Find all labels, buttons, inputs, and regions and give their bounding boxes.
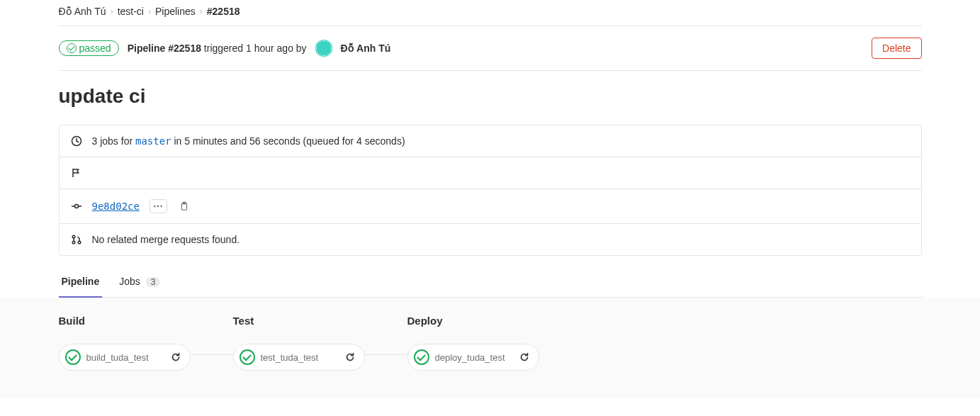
connector-line	[365, 354, 407, 355]
jobs-prefix: 3 jobs for	[92, 135, 135, 147]
stage-test: Test test_tuda_test	[233, 315, 365, 371]
commit-sha-link[interactable]: 9e8d02ce	[92, 201, 140, 212]
retry-button[interactable]	[516, 349, 533, 366]
copy-sha-button[interactable]	[177, 199, 191, 213]
stage-title: Deploy	[407, 315, 539, 327]
check-circle-icon	[414, 349, 429, 365]
branch-link[interactable]: master	[135, 135, 171, 147]
status-badge[interactable]: passed	[59, 40, 119, 56]
triggered-text: triggered 1 hour ago by	[204, 43, 307, 54]
stage-title: Build	[59, 315, 191, 327]
tabs: Pipeline Jobs 3	[59, 256, 922, 298]
flag-row	[60, 157, 921, 189]
svg-point-1	[74, 205, 78, 208]
chevron-right-icon: ›	[200, 6, 203, 16]
page-title: update ci	[59, 71, 922, 125]
stage-title: Test	[233, 315, 365, 327]
check-circle-icon	[240, 349, 255, 365]
stage-deploy: Deploy deploy_tuda_test	[407, 315, 539, 371]
avatar[interactable]	[315, 40, 332, 57]
tab-jobs-label: Jobs	[119, 276, 140, 287]
status-label: passed	[79, 43, 111, 54]
retry-button[interactable]	[342, 349, 359, 366]
breadcrumb-user[interactable]: Đỗ Anh Tú	[59, 6, 106, 17]
clock-icon	[71, 135, 82, 147]
delete-button[interactable]: Delete	[872, 38, 921, 59]
retry-icon	[519, 352, 530, 363]
info-block: 3 jobs for master in 5 minutes and 56 se…	[59, 125, 922, 256]
svg-point-5	[72, 241, 75, 244]
merge-request-icon	[71, 234, 82, 245]
job-name: deploy_tuda_test	[435, 352, 510, 363]
commit-row: 9e8d02ce ⋯	[60, 189, 921, 224]
breadcrumb: Đỗ Anh Tú › test-ci › Pipelines › #22518	[59, 0, 922, 26]
pipeline-info: Pipeline #22518 triggered 1 hour ago by	[128, 43, 307, 54]
retry-icon	[170, 352, 181, 363]
pipeline-header: passed Pipeline #22518 triggered 1 hour …	[59, 26, 922, 71]
tab-pipeline[interactable]: Pipeline	[59, 267, 103, 297]
flag-icon	[71, 167, 82, 179]
expand-message-button[interactable]: ⋯	[150, 199, 167, 213]
pipeline-graph: Build build_tuda_test Test test_tuda_tes…	[0, 298, 980, 399]
check-circle-icon	[65, 349, 81, 365]
stage-build: Build build_tuda_test	[59, 315, 191, 371]
mr-message: No related merge requests found.	[92, 234, 240, 245]
jobs-suffix: in 5 minutes and 56 seconds (queued for …	[171, 135, 405, 147]
commit-icon	[71, 201, 82, 212]
job-name: test_tuda_test	[261, 352, 336, 363]
svg-point-4	[72, 235, 75, 238]
svg-point-6	[78, 241, 81, 244]
job-name: build_tuda_test	[86, 352, 162, 363]
job-deploy[interactable]: deploy_tuda_test	[407, 344, 539, 371]
chevron-right-icon: ›	[111, 6, 113, 16]
job-build[interactable]: build_tuda_test	[59, 344, 191, 371]
connector-line	[191, 354, 233, 355]
breadcrumb-project[interactable]: test-ci	[118, 6, 144, 17]
check-circle-icon	[67, 43, 77, 53]
jobs-summary-row: 3 jobs for master in 5 minutes and 56 se…	[60, 125, 921, 157]
job-test[interactable]: test_tuda_test	[233, 344, 365, 371]
breadcrumb-section[interactable]: Pipelines	[155, 6, 196, 17]
retry-button[interactable]	[167, 349, 184, 366]
tab-jobs[interactable]: Jobs 3	[116, 267, 163, 297]
chevron-right-icon: ›	[148, 6, 151, 16]
clipboard-icon	[179, 201, 189, 211]
jobs-summary-text: 3 jobs for master in 5 minutes and 56 se…	[92, 135, 405, 147]
breadcrumb-current: #22518	[207, 6, 240, 17]
merge-request-row: No related merge requests found.	[60, 224, 921, 255]
pipeline-id: #22518	[168, 43, 201, 54]
author-name[interactable]: Đỗ Anh Tú	[341, 43, 391, 54]
jobs-count-badge: 3	[146, 277, 161, 287]
pipeline-prefix: Pipeline	[128, 43, 166, 54]
retry-icon	[344, 352, 356, 363]
